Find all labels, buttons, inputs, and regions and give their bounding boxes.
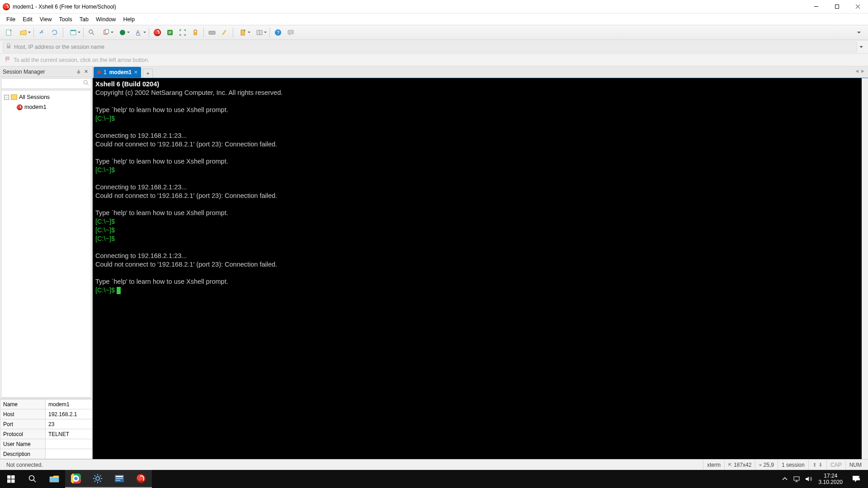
prop-row-description: Description <box>0 449 92 459</box>
new-file-button[interactable]: + <box>236 27 251 38</box>
tray-volume-icon[interactable] <box>802 470 814 488</box>
menu-view[interactable]: View <box>36 15 56 24</box>
taskbar-taskmgr[interactable] <box>108 470 130 488</box>
toolbar-overflow-button[interactable] <box>853 27 865 38</box>
svg-rect-53 <box>794 477 799 480</box>
pin-button[interactable] <box>75 68 82 75</box>
open-session-button[interactable] <box>16 27 31 38</box>
new-session-button[interactable]: + <box>3 27 15 38</box>
hint-bar: To add the current session, click on the… <box>0 54 868 66</box>
svg-rect-29 <box>11 479 15 483</box>
tab-label: modem1 <box>109 69 132 75</box>
tray-network-icon[interactable] <box>791 470 802 488</box>
tab-add-button[interactable]: + <box>143 69 153 78</box>
start-button[interactable] <box>0 470 22 488</box>
menu-help[interactable]: Help <box>119 15 138 24</box>
folder-icon <box>11 94 17 100</box>
tray-date: 3.10.2020 <box>819 479 843 485</box>
prop-row-host: Host192.168.2.1 <box>0 409 92 419</box>
lock-button[interactable] <box>189 27 201 38</box>
svg-point-30 <box>29 476 34 481</box>
status-cap: CAP <box>826 460 845 470</box>
main-area: Session Manager ✕ − All Sessions modem1 … <box>0 66 868 459</box>
svg-rect-28 <box>7 479 11 483</box>
svg-rect-7 <box>71 30 76 31</box>
xftp-button[interactable] <box>164 27 176 38</box>
highlight-button[interactable] <box>219 27 231 38</box>
session-properties: Namemodem1 Host192.168.2.1 Port23 Protoc… <box>0 399 92 459</box>
session-manager-title: Session Manager <box>3 69 45 75</box>
menu-edit[interactable]: Edit <box>19 15 36 24</box>
session-manager-header: Session Manager ✕ <box>0 66 92 77</box>
find-button[interactable] <box>86 27 98 38</box>
address-input[interactable]: Host, IP address or the session name <box>3 42 857 52</box>
window-title: modem1 - Xshell 6 (Free for Home/School) <box>13 4 806 10</box>
svg-rect-16 <box>209 31 215 34</box>
app-icon <box>3 3 10 10</box>
search-button[interactable] <box>22 470 43 488</box>
svg-text:?: ? <box>277 30 279 35</box>
flag-icon <box>5 56 11 64</box>
menu-tab[interactable]: Tab <box>76 15 92 24</box>
menu-tools[interactable]: Tools <box>56 15 76 24</box>
session-icon <box>17 104 23 110</box>
minimize-button[interactable] <box>806 0 826 14</box>
menu-file[interactable]: File <box>3 15 19 24</box>
help-button[interactable]: ? <box>272 27 284 38</box>
tree-root[interactable]: − All Sessions <box>1 92 91 102</box>
fullscreen-button[interactable] <box>177 27 189 38</box>
color-scheme-button[interactable] <box>115 27 130 38</box>
tab-nav: ◄ ► <box>854 68 865 74</box>
font-button[interactable]: A <box>131 27 146 38</box>
svg-line-31 <box>33 480 36 482</box>
tab-close-button[interactable]: × <box>134 69 137 75</box>
layout-button[interactable] <box>252 27 267 38</box>
disconnect-button[interactable] <box>36 27 48 38</box>
tray-chevron-up-icon[interactable] <box>779 470 791 488</box>
close-button[interactable] <box>847 0 868 14</box>
properties-button[interactable] <box>66 27 81 38</box>
status-updown: ⬆ ⬇ <box>808 460 826 470</box>
toolbar-separator <box>269 28 270 38</box>
prop-row-username: User Name <box>0 439 92 449</box>
tray-notifications[interactable]: 1 <box>847 470 868 488</box>
taskbar-chrome[interactable] <box>65 470 87 488</box>
tab-prev-button[interactable]: ◄ <box>854 68 859 74</box>
tree-collapse-icon[interactable]: − <box>4 95 9 100</box>
svg-rect-26 <box>7 475 11 479</box>
taskbar-settings[interactable] <box>87 470 108 488</box>
reconnect-button[interactable] <box>49 27 61 38</box>
menu-bar: File Edit View Tools Tab Window Help <box>0 14 868 25</box>
tab-bar: 1 modem1 × + ◄ ► <box>93 66 868 78</box>
svg-rect-32 <box>50 478 59 482</box>
address-history-button[interactable] <box>857 42 865 52</box>
svg-rect-52 <box>116 480 120 481</box>
keyboard-button[interactable] <box>206 27 218 38</box>
tree-item-modem1[interactable]: modem1 <box>1 102 91 112</box>
taskbar-xshell[interactable] <box>130 470 152 488</box>
terminal[interactable]: Xshell 6 (Build 0204)Copyright (c) 2002 … <box>93 78 868 459</box>
menu-window[interactable]: Window <box>92 15 119 24</box>
panel-close-button[interactable]: ✕ <box>82 68 90 75</box>
taskbar-explorer[interactable] <box>43 470 65 488</box>
copy-button[interactable] <box>99 27 114 38</box>
session-tree[interactable]: − All Sessions modem1 <box>1 90 91 398</box>
tab-modem1[interactable]: 1 modem1 × <box>94 67 141 78</box>
toolbar: + A + ? <box>0 25 868 40</box>
session-manager-panel: Session Manager ✕ − All Sessions modem1 … <box>0 66 93 459</box>
xshell-button[interactable] <box>151 27 163 38</box>
svg-rect-1 <box>835 5 839 9</box>
svg-point-12 <box>120 30 125 35</box>
feedback-button[interactable] <box>285 27 297 38</box>
tree-item-label: modem1 <box>24 104 47 110</box>
session-search-input[interactable] <box>3 80 83 87</box>
session-search[interactable] <box>1 78 91 89</box>
status-sessions: 1 session <box>778 460 808 470</box>
svg-rect-50 <box>116 476 123 477</box>
maximize-button[interactable] <box>826 0 847 14</box>
tray-clock[interactable]: 17:24 3.10.2020 <box>814 473 847 485</box>
status-num: NUM <box>845 460 865 470</box>
toolbar-separator <box>149 28 149 38</box>
tab-next-button[interactable]: ► <box>860 68 865 74</box>
prop-row-port: Port23 <box>0 419 92 429</box>
